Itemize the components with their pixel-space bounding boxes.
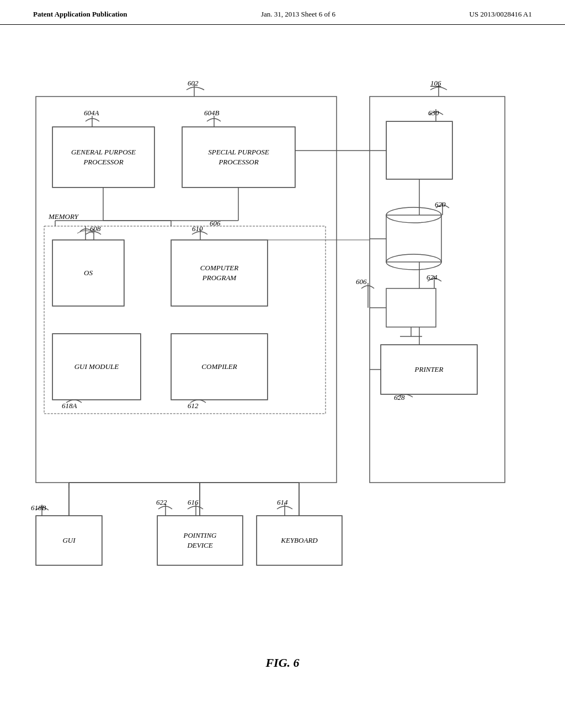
ref-622: 622	[156, 498, 167, 507]
diagram-area: 602 106 604A 604B 606 608 610 618A 612 6…	[0, 25, 565, 687]
ref-618B: 618B	[31, 504, 46, 512]
gui-box: GUI	[36, 516, 102, 565]
general-purpose-processor-box: GENERAL PURPOSEPROCESSOR	[52, 127, 154, 188]
ref-628: 628	[394, 393, 405, 402]
ref-612: 612	[188, 402, 199, 410]
compiler-box: COMPILER	[171, 334, 268, 400]
patent-number-label: US 2013/0028416 A1	[470, 10, 532, 19]
ref-606a: 606	[210, 219, 221, 228]
ref-606b: 606	[356, 277, 367, 286]
ref-604A: 604A	[84, 109, 99, 117]
special-purpose-processor-label: SPECIAL PURPOSEPROCESSOR	[208, 147, 269, 167]
component-630-box	[386, 121, 452, 179]
figure-label: FIG. 6	[265, 656, 299, 670]
ref-620: 620	[435, 200, 446, 209]
keyboard-box: KEYBOARD	[257, 516, 342, 565]
special-purpose-processor-box: SPECIAL PURPOSEPROCESSOR	[182, 127, 295, 188]
memory-label: MEMORY	[49, 212, 78, 221]
page-header: Patent Application Publication Jan. 31, …	[0, 0, 565, 25]
svg-rect-13	[386, 215, 441, 262]
ref-602: 602	[188, 79, 199, 88]
compiler-label: COMPILER	[201, 362, 237, 372]
ref-630: 630	[428, 109, 439, 117]
ref-616: 616	[188, 498, 199, 507]
ref-614: 614	[277, 498, 288, 507]
ref-106: 106	[430, 79, 441, 88]
ref-604B: 604B	[204, 109, 219, 117]
gui-module-box: GUI MODULE	[52, 334, 141, 400]
keyboard-label: KEYBOARD	[281, 536, 317, 545]
svg-rect-16	[386, 288, 436, 327]
gui-label: GUI	[62, 536, 75, 545]
pointing-device-label: POINTINGDEVICE	[184, 531, 217, 550]
pointing-device-box: POINTINGDEVICE	[157, 516, 243, 565]
publication-label: Patent Application Publication	[33, 10, 127, 19]
svg-point-14	[386, 207, 441, 223]
ref-608: 608	[90, 224, 101, 233]
printer-label: PRINTER	[415, 365, 444, 374]
ref-618A: 618A	[62, 402, 77, 410]
general-purpose-processor-label: GENERAL PURPOSEPROCESSOR	[71, 147, 136, 167]
ref-624: 624	[427, 273, 438, 282]
computer-program-label: COMPUTERPROGRAM	[200, 263, 238, 283]
date-sheet-label: Jan. 31, 2013 Sheet 6 of 6	[261, 10, 335, 19]
svg-point-15	[386, 254, 441, 270]
printer-box: PRINTER	[381, 345, 477, 394]
gui-module-label: GUI MODULE	[74, 362, 119, 372]
computer-program-box: COMPUTERPROGRAM	[171, 240, 268, 306]
os-box: OS	[52, 240, 124, 306]
os-label: OS	[84, 268, 93, 278]
ref-610: 610	[192, 224, 203, 233]
